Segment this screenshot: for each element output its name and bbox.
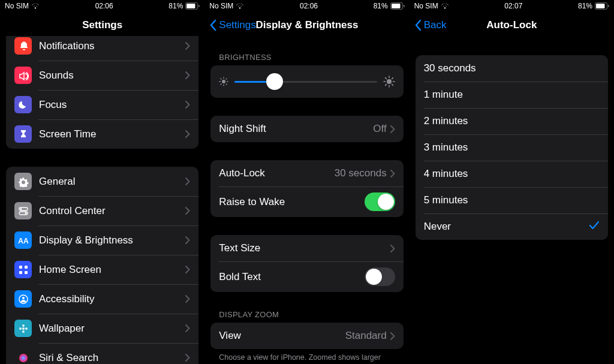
svg-point-18 xyxy=(25,327,28,330)
chevron-right-icon xyxy=(185,295,190,303)
nav-bar: Back Auto-Lock xyxy=(410,12,614,38)
status-bar: No SIM 02:06 81% xyxy=(204,0,409,12)
wifi-icon xyxy=(31,3,40,9)
brightness-thumb xyxy=(266,73,283,90)
settings-row-siri[interactable]: Siri & Search xyxy=(6,343,198,364)
settings-row-display[interactable]: AA Display & Brightness xyxy=(6,225,198,255)
sun-high-icon xyxy=(383,76,395,88)
svg-line-36 xyxy=(226,79,227,79)
nav-bar: Settings Display & Brightness xyxy=(204,12,409,38)
chevron-right-icon xyxy=(185,354,190,362)
autolock-option[interactable]: 4 minutes xyxy=(416,161,608,187)
controlcenter-icon xyxy=(14,202,32,219)
back-button[interactable]: Settings xyxy=(209,19,255,31)
svg-rect-2 xyxy=(198,5,200,7)
svg-rect-49 xyxy=(608,5,609,7)
chevron-right-icon xyxy=(185,101,190,109)
chevron-right-icon xyxy=(390,170,395,178)
sun-low-icon xyxy=(219,77,228,86)
homescreen-icon xyxy=(14,261,32,278)
svg-rect-48 xyxy=(596,4,605,8)
settings-row-screentime[interactable]: Screen Time xyxy=(6,119,198,149)
chevron-right-icon xyxy=(390,245,395,252)
page-title: Settings xyxy=(82,19,122,31)
option-label: 4 minutes xyxy=(424,168,600,180)
settings-row-sounds[interactable]: Sounds xyxy=(6,61,198,90)
brightness-header: BRIGHTNESS xyxy=(219,53,395,62)
settings-row-general[interactable]: General xyxy=(6,167,198,196)
svg-rect-1 xyxy=(186,4,195,8)
notifications-icon xyxy=(14,37,32,55)
svg-point-29 xyxy=(222,80,225,83)
option-label: 5 minutes xyxy=(424,194,600,206)
wallpaper-icon xyxy=(14,320,32,337)
page-title: Display & Brightness xyxy=(255,19,358,31)
autolock-option[interactable]: 30 seconds xyxy=(416,55,608,82)
general-icon xyxy=(14,173,32,190)
autolock-option[interactable]: 2 minutes xyxy=(416,108,608,134)
option-label: 30 seconds xyxy=(424,62,600,74)
chevron-right-icon xyxy=(185,42,190,50)
page-title: Auto-Lock xyxy=(486,19,537,31)
night-shift-row[interactable]: Night Shift Off xyxy=(210,116,403,142)
display-zoom-header: DISPLAY ZOOM xyxy=(219,310,395,319)
svg-point-6 xyxy=(25,212,26,214)
view-row[interactable]: View Standard xyxy=(210,323,403,349)
display-icon: AA xyxy=(14,231,32,249)
settings-row-accessibility[interactable]: Accessibility xyxy=(6,284,198,314)
settings-row-controlcenter[interactable]: Control Center xyxy=(6,196,198,225)
autolock-option[interactable]: 3 minutes xyxy=(416,134,608,161)
option-label: Never xyxy=(424,221,589,233)
back-button[interactable]: Back xyxy=(414,19,447,31)
svg-text:AA: AA xyxy=(18,237,29,245)
checkmark-icon xyxy=(589,221,600,233)
brightness-slider[interactable] xyxy=(234,73,377,91)
status-bar: No SIM 02:07 81% xyxy=(410,0,614,12)
svg-line-37 xyxy=(221,84,221,85)
chevron-right-icon xyxy=(185,324,190,332)
chevron-right-icon xyxy=(185,130,190,138)
bold-text-switch[interactable] xyxy=(365,267,395,286)
svg-line-35 xyxy=(226,84,227,85)
settings-row-focus[interactable]: Focus xyxy=(6,90,198,119)
autolock-option[interactable]: 1 minute xyxy=(416,82,608,108)
option-label: 3 minutes xyxy=(424,142,600,154)
battery-icon xyxy=(390,2,405,10)
brightness-slider-row[interactable] xyxy=(210,65,403,98)
autolock-option[interactable]: Never xyxy=(416,213,608,240)
svg-line-45 xyxy=(392,78,393,79)
settings-row-label: Accessibility xyxy=(39,293,185,305)
settings-row-label: Wallpaper xyxy=(39,323,185,335)
autolock-option[interactable]: 5 minutes xyxy=(416,187,608,213)
settings-row-label: Notifications xyxy=(39,40,185,52)
screentime-icon xyxy=(14,125,32,143)
chevron-right-icon xyxy=(185,266,190,273)
autolock-options: 30 seconds 1 minute 2 minutes 3 minutes … xyxy=(416,55,608,240)
sounds-icon xyxy=(14,67,32,84)
status-bar: No SIM 02:06 81% xyxy=(0,0,204,12)
svg-line-34 xyxy=(221,79,221,79)
settings-row-label: General xyxy=(39,176,185,188)
raise-to-wake-row[interactable]: Raise to Wake xyxy=(210,186,403,217)
settings-row-label: Siri & Search xyxy=(39,352,185,364)
settings-row-notifications[interactable]: Notifications xyxy=(6,36,198,61)
settings-row-label: Screen Time xyxy=(39,128,185,140)
accessibility-icon xyxy=(14,290,32,308)
svg-rect-8 xyxy=(19,266,22,269)
settings-row-homescreen[interactable]: Home Screen xyxy=(6,255,198,284)
settings-row-wallpaper[interactable]: Wallpaper xyxy=(6,314,198,343)
settings-row-label: Control Center xyxy=(39,205,185,217)
chevron-right-icon xyxy=(185,71,190,79)
battery-icon xyxy=(595,2,609,10)
bold-text-row[interactable]: Bold Text xyxy=(210,261,403,292)
text-size-row[interactable]: Text Size xyxy=(210,235,403,261)
svg-point-14 xyxy=(22,327,25,330)
option-label: 1 minute xyxy=(424,89,600,101)
svg-point-17 xyxy=(19,327,22,330)
svg-point-4 xyxy=(20,208,22,210)
auto-lock-row[interactable]: Auto-Lock 30 seconds xyxy=(210,160,403,186)
raise-to-wake-switch[interactable] xyxy=(365,192,395,211)
svg-point-19 xyxy=(19,354,28,362)
focus-icon xyxy=(14,96,32,113)
svg-point-16 xyxy=(22,330,25,333)
